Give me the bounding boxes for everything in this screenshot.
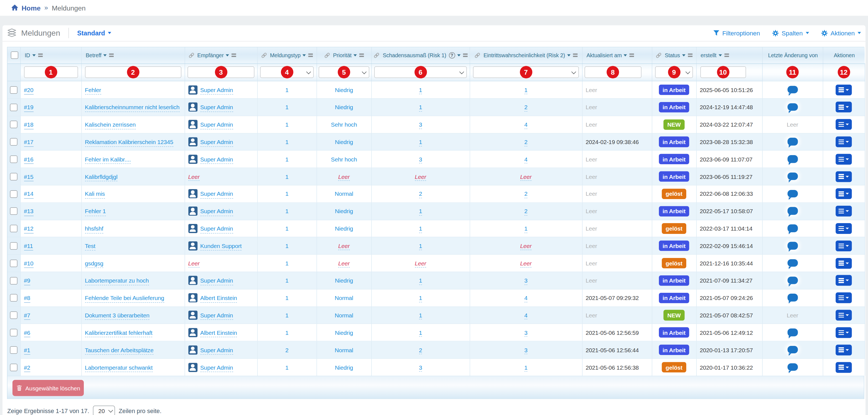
column-header[interactable]: Meldungstyp <box>257 47 317 63</box>
row-risk1-link[interactable]: 3 <box>419 364 422 372</box>
comment-icon[interactable] <box>787 86 798 93</box>
row-actions-button[interactable] <box>836 327 852 338</box>
row-risk1-link[interactable]: 3 <box>419 156 422 164</box>
row-risk1-link[interactable]: 1 <box>419 225 422 233</box>
select-all-checkbox[interactable] <box>11 52 18 59</box>
column-header[interactable]: Priorität <box>317 47 371 63</box>
row-id-link[interactable]: #16 <box>24 156 33 164</box>
row-risk2-link[interactable]: 4 <box>524 294 527 302</box>
row-subject-link[interactable]: Reklamation Kalibrierschein 12345 <box>85 138 174 147</box>
row-risk1-link[interactable]: 1 <box>419 87 422 94</box>
toolbar-link-filteroptionen[interactable]: Filteroptionen <box>713 30 760 37</box>
row-subject-link[interactable]: Tauschen der Arbeitsplätze <box>85 346 154 354</box>
comment-icon[interactable] <box>787 172 798 180</box>
comment-icon[interactable] <box>787 363 798 371</box>
row-recipient-link[interactable]: Super Admin <box>200 87 233 95</box>
column-header[interactable]: Aktionen <box>823 47 865 63</box>
row-risk1-link[interactable]: 3 <box>419 121 422 129</box>
row-recipient-link[interactable]: Albert Einstein <box>200 294 237 302</box>
row-checkbox[interactable] <box>10 312 18 319</box>
row-subject-link[interactable]: Kali mis <box>85 191 105 198</box>
row-recipient-link[interactable]: Super Admin <box>200 364 233 372</box>
delete-selected-button[interactable]: Ausgewählte löschen <box>12 380 84 396</box>
row-risk2-link[interactable]: 3 <box>524 346 527 354</box>
row-recipient-link[interactable]: Super Admin <box>200 346 233 354</box>
row-recipient-link[interactable]: Super Admin <box>200 191 233 198</box>
row-actions-button[interactable] <box>836 223 852 234</box>
row-subject-link[interactable]: Fehler 1 <box>85 208 106 216</box>
row-checkbox[interactable] <box>10 363 18 371</box>
column-header[interactable]: Betreff <box>81 47 185 63</box>
row-checkbox[interactable] <box>10 138 18 146</box>
row-checkbox[interactable] <box>10 155 18 163</box>
row-actions-button[interactable] <box>836 171 852 182</box>
row-priority-empty-link[interactable]: Leer <box>338 243 350 250</box>
row-risk2-link[interactable]: 4 <box>524 312 527 320</box>
row-subject-link[interactable]: Kalischein zerrissen <box>85 121 136 129</box>
row-subject-link[interactable]: Dokument 3 überarbeiten <box>85 312 150 320</box>
column-header[interactable]: Status <box>652 47 696 63</box>
column-header[interactable]: Eintrittswahrscheinlichkeit (Risk 2) <box>470 47 582 63</box>
row-risk2-link[interactable]: 1 <box>524 87 527 94</box>
toolbar-link-spalten[interactable]: Spalten <box>772 30 809 37</box>
row-risk1-link[interactable]: 1 <box>419 294 422 302</box>
row-id-link[interactable]: #13 <box>24 208 33 216</box>
row-recipient-link[interactable]: Super Admin <box>200 208 233 216</box>
row-risk2-link[interactable]: 2 <box>524 191 527 198</box>
comment-icon[interactable] <box>787 259 798 267</box>
row-recipient-link[interactable]: Super Admin <box>200 138 233 147</box>
comment-icon[interactable] <box>787 294 798 301</box>
row-actions-button[interactable] <box>836 154 852 164</box>
row-actions-button[interactable] <box>836 258 852 268</box>
column-header[interactable]: Schadensausmaß (Risk 1)? <box>371 47 470 63</box>
row-risk1-link[interactable]: 1 <box>419 208 422 216</box>
row-subject-link[interactable]: Kalibrierzertifikat fehlerhaft <box>85 329 152 337</box>
row-risk1-link[interactable]: 2 <box>419 346 422 354</box>
comment-icon[interactable] <box>787 346 798 354</box>
row-subject-link[interactable]: gsdgsg <box>85 260 103 268</box>
column-menu-icon[interactable] <box>463 53 467 55</box>
row-subject-link[interactable]: Labortemperatur zu hoch <box>85 277 149 285</box>
column-header[interactable]: Aktualisiert am <box>582 47 652 63</box>
row-risk2-link-empty[interactable]: Leer <box>520 173 532 181</box>
row-id-link[interactable]: #20 <box>24 87 33 95</box>
row-actions-button[interactable] <box>836 310 852 320</box>
row-recipient-link[interactable]: Super Admin <box>200 225 233 233</box>
row-priority-empty-link[interactable]: Leer <box>338 173 350 181</box>
row-risk1-link-empty[interactable]: Leer <box>415 173 426 181</box>
row-actions-button[interactable] <box>836 345 852 355</box>
row-risk2-link[interactable]: 2 <box>524 104 527 112</box>
row-checkbox[interactable] <box>10 277 18 284</box>
column-header[interactable]: ID <box>21 47 82 63</box>
row-risk2-link[interactable]: 3 <box>524 329 527 337</box>
row-priority-empty-link[interactable]: Leer <box>338 260 350 268</box>
comment-icon[interactable] <box>787 277 798 284</box>
row-id-link[interactable]: #2 <box>24 364 30 372</box>
row-actions-button[interactable] <box>836 362 852 373</box>
question-circle-icon[interactable]: ? <box>449 52 455 58</box>
row-risk1-link[interactable]: 1 <box>419 312 422 320</box>
row-subject-link[interactable]: Labortemperatur schwankt <box>85 364 153 372</box>
row-checkbox[interactable] <box>10 103 18 111</box>
row-checkbox[interactable] <box>10 329 18 336</box>
row-subject-link[interactable]: hhsfshf <box>85 225 103 233</box>
row-id-link[interactable]: #17 <box>24 138 33 147</box>
column-menu-icon[interactable] <box>38 53 42 55</box>
row-actions-button[interactable] <box>836 189 852 199</box>
row-id-link[interactable]: #10 <box>24 260 33 268</box>
row-checkbox[interactable] <box>10 173 18 180</box>
comment-icon[interactable] <box>787 224 798 232</box>
comment-icon[interactable] <box>787 103 798 111</box>
row-actions-button[interactable] <box>836 275 852 286</box>
row-actions-button[interactable] <box>836 206 852 217</box>
column-menu-icon[interactable] <box>359 53 364 55</box>
comment-icon[interactable] <box>787 190 798 197</box>
row-id-link[interactable]: #6 <box>24 329 30 337</box>
row-risk1-link[interactable]: 1 <box>419 243 422 250</box>
row-id-link[interactable]: #14 <box>24 191 33 198</box>
comment-icon[interactable] <box>787 242 798 250</box>
row-risk2-link[interactable]: 2 <box>524 138 527 146</box>
view-dropdown[interactable]: Standard <box>77 29 111 37</box>
row-risk1-link[interactable]: 1 <box>419 329 422 337</box>
row-id-link[interactable]: #9 <box>24 277 30 285</box>
